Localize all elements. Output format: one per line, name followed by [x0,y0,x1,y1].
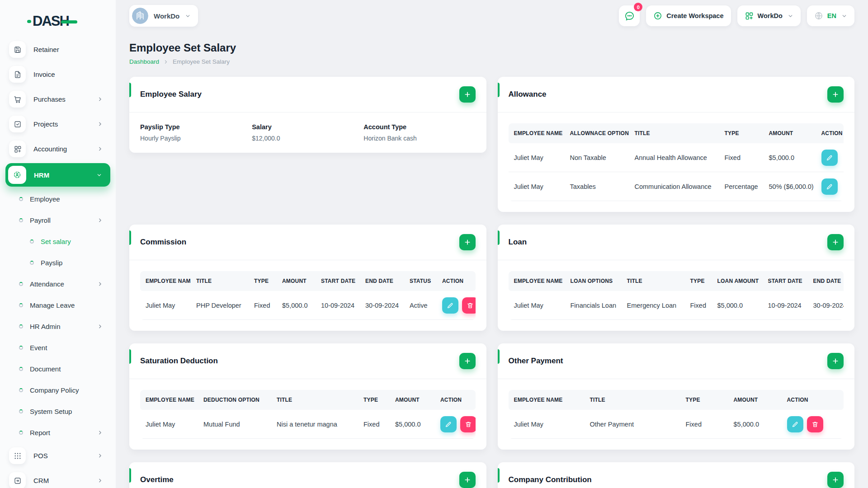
workspace-selector[interactable]: WorkDo [129,5,198,27]
chevron-down-icon [841,13,847,19]
sidebar-item-manage-leave[interactable]: Manage Leave [0,295,116,316]
table-cell: PHP Developer [191,291,249,320]
sidebar-item-employee[interactable]: Employee [0,188,116,210]
card-title: Company Contribution [509,475,592,484]
edit-button[interactable] [821,178,838,195]
add-saturation-deduction-button[interactable] [459,353,476,369]
card-allowance: Allowance EMPLOYEE NAMEALLOWNACE OPTIONT… [498,77,855,212]
chevron-right-icon [97,121,103,127]
sidebar-item-retainer[interactable]: Retainer [0,37,116,62]
card-header: Allowance [498,77,855,113]
card-employee-salary: Employee Salary Payslip TypeHourly Paysl… [129,77,486,153]
plus-icon [464,91,471,98]
sidebar-item-label: CRM [33,477,49,484]
sidebar-item-label: POS [33,452,48,460]
sidebar-nav: RetainerInvoicePurchasesProjectsAccounti… [0,37,116,488]
chevron-right-icon [97,324,103,329]
commission-table: EMPLOYEE NAMETITLETYPEAMOUNTSTART DATEEN… [140,271,476,320]
table-cell: Juliet May [140,410,198,439]
sidebar-item-purchases[interactable]: Purchases [0,87,116,112]
column-header: STATUS [404,271,437,291]
sidebar-item-label: Attendance [30,280,64,288]
card-header: Commission [129,225,486,260]
column-header: END DATE [808,271,844,291]
sidebar-item-label: Payslip [41,259,62,267]
column-header: TITLE [585,390,680,410]
table-cell: Emergency Loan [622,291,685,320]
edit-button[interactable] [442,297,458,314]
add-loan-button[interactable] [827,234,844,250]
table-cell: Juliet May [509,172,565,201]
column-header: DEDUCTION OPTION [198,390,271,410]
sidebar-item-report[interactable]: Report [0,422,116,443]
cards-grid: Employee Salary Payslip TypeHourly Paysl… [129,77,854,488]
sidebar-item-system-setup[interactable]: System Setup [0,401,116,422]
file-invoice-icon [9,66,26,83]
add-other-payment-button[interactable] [827,353,844,369]
edit-button[interactable] [440,416,457,432]
add-employee-salary-button[interactable] [459,86,476,103]
bullet-icon [19,218,23,222]
allowance-table: EMPLOYEE NAMEALLOWNACE OPTIONTITLETYPEAM… [509,123,844,201]
edit-button[interactable] [787,416,803,432]
workdo-menu-button[interactable]: WorkDo [737,5,801,26]
table-cell: Juliet May [140,291,191,320]
chevron-right-icon [97,453,103,459]
create-workspace-button[interactable]: Create Workspace [646,5,731,26]
language-selector[interactable]: EN [807,5,854,26]
edit-button[interactable] [821,150,838,166]
column-header: TITLE [271,390,358,410]
table-cell: $5,000.0 [764,143,816,172]
sidebar-item-event[interactable]: Event [0,337,116,358]
column-header: TITLE [629,123,719,143]
sidebar-item-projects[interactable]: Projects [0,112,116,136]
sidebar-item-crm[interactable]: CRM [0,468,116,488]
table-row: Juliet MayMutual FundNisi a tenetur magn… [140,410,476,439]
column-header: EMPLOYEE NAME [509,123,565,143]
table-cell: Annual Health Allowance [629,143,719,172]
sidebar-item-label: Retainer [33,46,59,53]
sidebar-item-company-policy[interactable]: Company Policy [0,380,116,401]
plus-icon [464,357,471,365]
sidebar-item-set-salary[interactable]: Set salary [0,231,116,252]
add-company-contribution-button[interactable] [827,472,844,488]
dots-grid-icon [9,447,26,464]
sidebar-item-payslip[interactable]: Payslip [0,252,116,273]
plus-icon [832,91,839,98]
plus-circle-icon [653,11,662,20]
table-cell: Fixed [685,291,712,320]
sidebar-item-pos[interactable]: POS [0,443,116,468]
add-allowance-button[interactable] [827,86,844,103]
sidebar-item-document[interactable]: Document [0,358,116,380]
messages-button[interactable]: 0 [619,5,640,26]
column-header: LOAN AMOUNT [712,271,763,291]
column-header: END DATE [360,271,404,291]
actions-cell [437,291,476,320]
card-company-contribution: Company Contribution [498,462,855,488]
brand-logo[interactable]: DASH [0,10,116,33]
add-commission-button[interactable] [459,234,476,250]
table-cell: Fixed [358,410,390,439]
language-label: EN [827,12,836,19]
add-overtime-button[interactable] [459,472,476,488]
sidebar-item-payroll[interactable]: Payroll [0,210,116,231]
sidebar-item-accounting[interactable]: Accounting [0,136,116,161]
sidebar-item-label: Purchases [33,95,66,103]
delete-button[interactable] [807,416,823,432]
page-content: Employee Set Salary Dashboard Employee S… [116,32,868,488]
create-workspace-label: Create Workspace [666,12,723,19]
sidebar-item-attendance[interactable]: Attendance [0,273,116,295]
sidebar-item-invoice[interactable]: Invoice [0,62,116,87]
sidebar-item-hr-admin[interactable]: HR Admin [0,316,116,337]
column-header: AMOUNT [277,271,316,291]
delete-button[interactable] [460,416,476,432]
check-square-icon [9,116,26,132]
breadcrumb-dashboard-link[interactable]: Dashboard [129,58,159,65]
salary-field-salary: Salary$12,000.0 [252,123,363,142]
building-avatar-icon [132,8,148,24]
plus-icon [832,476,839,483]
sidebar-item-label: System Setup [30,408,72,415]
page-title: Employee Set Salary [129,42,854,54]
sidebar-item-hrm[interactable]: HRM [5,163,110,187]
delete-button[interactable] [462,297,476,314]
